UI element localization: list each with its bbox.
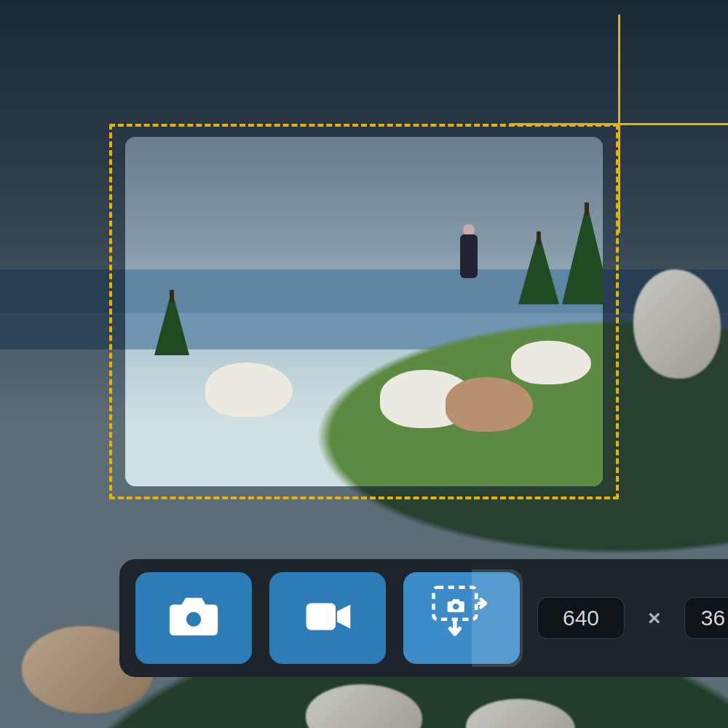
- record-button[interactable]: [269, 572, 386, 664]
- dimension-separator: ×: [642, 606, 667, 630]
- camera-icon: [160, 583, 227, 653]
- selection-width-field[interactable]: 640: [537, 597, 625, 639]
- capture-toolbar: 640 × 36: [119, 559, 728, 677]
- crosshair-vertical: [618, 15, 620, 233]
- video-icon: [294, 583, 361, 653]
- selection-preview: [125, 137, 603, 486]
- screenshot-button[interactable]: [135, 572, 252, 664]
- autocapture-icon: [422, 577, 502, 660]
- svg-rect-3: [306, 604, 336, 630]
- autocapture-button[interactable]: [403, 572, 520, 664]
- selection-height-field[interactable]: 36: [684, 597, 728, 639]
- svg-point-5: [453, 604, 459, 609]
- svg-point-2: [207, 608, 211, 612]
